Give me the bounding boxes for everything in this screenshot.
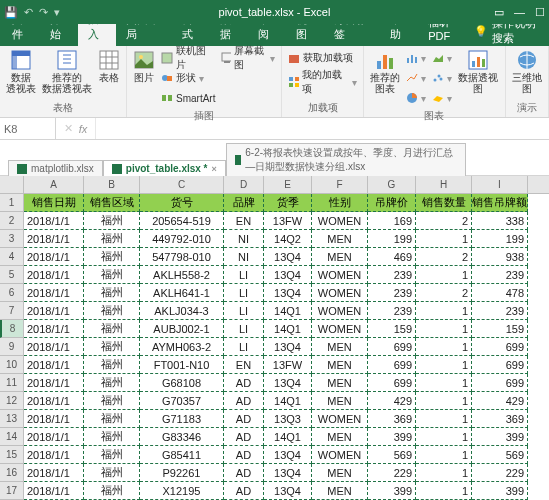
select-all-corner[interactable]	[0, 176, 24, 193]
header-cell[interactable]: 销售日期	[24, 194, 84, 212]
cell[interactable]: 1	[416, 338, 472, 356]
cell[interactable]: EN	[224, 356, 264, 374]
cell[interactable]: FT001-N10	[140, 356, 224, 374]
header-cell[interactable]: 货季	[264, 194, 312, 212]
row-header[interactable]: 11	[0, 374, 24, 392]
header-cell[interactable]: 货号	[140, 194, 224, 212]
cell[interactable]: 2018/1/1	[24, 482, 84, 500]
cell[interactable]: AYMH063-2	[140, 338, 224, 356]
cell[interactable]: AD	[224, 464, 264, 482]
cell[interactable]: 福州	[84, 248, 140, 266]
cell[interactable]: 2018/1/1	[24, 428, 84, 446]
3d-map-button[interactable]: 三维地 图	[512, 49, 542, 94]
cell[interactable]: 1	[416, 392, 472, 410]
redo-icon[interactable]: ↷	[39, 6, 48, 19]
cell[interactable]: 239	[368, 284, 416, 302]
cell[interactable]: MEN	[312, 482, 368, 500]
cancel-icon[interactable]: ✕	[64, 122, 73, 135]
cell[interactable]: 699	[472, 338, 528, 356]
cell[interactable]: 399	[472, 428, 528, 446]
cell[interactable]: 2018/1/1	[24, 266, 84, 284]
cell[interactable]: 239	[472, 302, 528, 320]
row-header[interactable]: 1	[0, 194, 24, 212]
cell[interactable]: G85411	[140, 446, 224, 464]
cell[interactable]: 福州	[84, 266, 140, 284]
cell[interactable]: 1	[416, 320, 472, 338]
cell[interactable]: 14Q1	[264, 320, 312, 338]
col-header-I[interactable]: I	[472, 176, 528, 193]
row-header[interactable]: 9	[0, 338, 24, 356]
pivot-chart-button[interactable]: 数据透视图	[458, 49, 499, 94]
row-header[interactable]: 10	[0, 356, 24, 374]
cell[interactable]: 2018/1/1	[24, 446, 84, 464]
cell[interactable]: 1	[416, 266, 472, 284]
cell[interactable]: WOMEN	[312, 446, 368, 464]
cell[interactable]: 2018/1/1	[24, 212, 84, 230]
cell[interactable]: 478	[472, 284, 528, 302]
screenshot-button[interactable]: 屏幕截图▾	[221, 49, 275, 67]
cell[interactable]: 399	[368, 428, 416, 446]
cell[interactable]: 13Q3	[264, 410, 312, 428]
cell[interactable]: 13Q4	[264, 248, 312, 266]
row-header[interactable]: 4	[0, 248, 24, 266]
header-cell[interactable]: 销售数量	[416, 194, 472, 212]
chart-type-6[interactable]: ▾	[432, 89, 452, 107]
row-header[interactable]: 8	[0, 320, 24, 338]
cell[interactable]: AKLH641-1	[140, 284, 224, 302]
cell[interactable]: 13Q4	[264, 266, 312, 284]
cell[interactable]: 1	[416, 410, 472, 428]
cell[interactable]: 福州	[84, 482, 140, 500]
header-cell[interactable]: 吊牌价	[368, 194, 416, 212]
col-header-D[interactable]: D	[224, 176, 264, 193]
cell[interactable]: 699	[368, 356, 416, 374]
cell[interactable]: MEN	[312, 464, 368, 482]
cell[interactable]: MEN	[312, 374, 368, 392]
header-cell[interactable]: 销售吊牌额	[472, 194, 528, 212]
chart-type-4[interactable]: ▾	[432, 49, 452, 67]
row-header[interactable]: 16	[0, 464, 24, 482]
cell[interactable]: 福州	[84, 446, 140, 464]
header-cell[interactable]: 销售区域	[84, 194, 140, 212]
cell[interactable]: 13Q4	[264, 284, 312, 302]
cell[interactable]: WOMEN	[312, 410, 368, 428]
cell[interactable]: 2018/1/1	[24, 356, 84, 374]
cell[interactable]: 2	[416, 284, 472, 302]
cell[interactable]: NI	[224, 230, 264, 248]
cell[interactable]: 2018/1/1	[24, 284, 84, 302]
cell[interactable]: AUBJ002-1	[140, 320, 224, 338]
cell[interactable]: 福州	[84, 284, 140, 302]
cell[interactable]: 429	[472, 392, 528, 410]
cell[interactable]: 14Q1	[264, 428, 312, 446]
col-header-F[interactable]: F	[312, 176, 368, 193]
cell[interactable]: 2018/1/1	[24, 374, 84, 392]
cell[interactable]: 699	[472, 374, 528, 392]
cell[interactable]: 2018/1/1	[24, 410, 84, 428]
formula-input[interactable]	[96, 118, 549, 139]
cell[interactable]: 13FW	[264, 212, 312, 230]
chart-type-1[interactable]: ▾	[406, 49, 426, 67]
smartart-button[interactable]: SmartArt	[161, 89, 215, 107]
cell[interactable]: 福州	[84, 212, 140, 230]
cell[interactable]: AD	[224, 410, 264, 428]
cell[interactable]: AD	[224, 446, 264, 464]
cell[interactable]: 399	[368, 482, 416, 500]
cell[interactable]: 229	[472, 464, 528, 482]
cell[interactable]: 14Q2	[264, 230, 312, 248]
cell[interactable]: WOMEN	[312, 212, 368, 230]
worksheet-grid[interactable]: A B C D E F G H I 1销售日期销售区域货号品牌货季性别吊牌价销售…	[0, 176, 549, 500]
col-header-G[interactable]: G	[368, 176, 416, 193]
cell[interactable]: 1	[416, 482, 472, 500]
chart-type-2[interactable]: ▾	[406, 69, 426, 87]
cell[interactable]: 2018/1/1	[24, 338, 84, 356]
cell[interactable]: 福州	[84, 392, 140, 410]
cell[interactable]: MEN	[312, 392, 368, 410]
cell[interactable]: 369	[472, 410, 528, 428]
cell[interactable]: 229	[368, 464, 416, 482]
cell[interactable]: 1	[416, 230, 472, 248]
row-header[interactable]: 17	[0, 482, 24, 500]
row-header[interactable]: 15	[0, 446, 24, 464]
row-header[interactable]: 7	[0, 302, 24, 320]
qat-dropdown-icon[interactable]: ▾	[54, 6, 60, 19]
cell[interactable]: EN	[224, 212, 264, 230]
fx-icon[interactable]: fx	[79, 123, 88, 135]
